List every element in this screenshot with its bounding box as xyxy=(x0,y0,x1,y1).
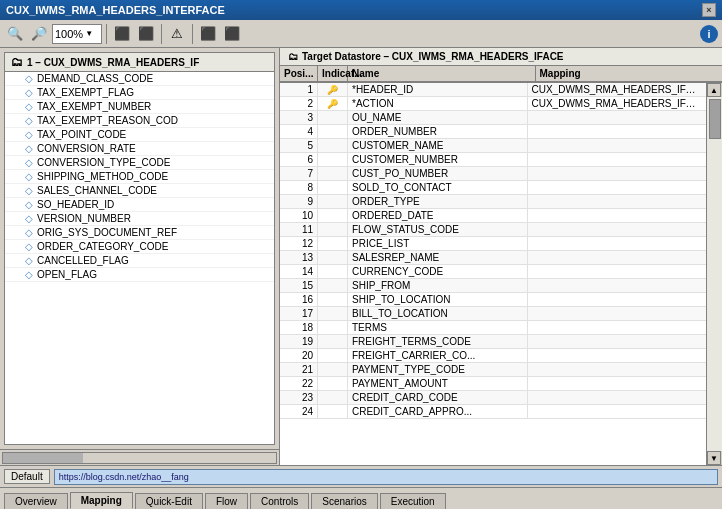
source-field-item[interactable]: ◇TAX_EXEMPT_NUMBER xyxy=(5,100,274,114)
table-row[interactable]: 19 FREIGHT_TERMS_CODE xyxy=(280,335,706,349)
left-panel: 🗂 1 – CUX_DWMS_RMA_HEADERS_IF ◇DEMAND_CL… xyxy=(0,48,280,465)
table-row[interactable]: 10 ORDERED_DATE xyxy=(280,209,706,223)
field-icon: ◇ xyxy=(25,115,33,126)
cell-indicator xyxy=(318,335,348,348)
source-field-item[interactable]: ◇CANCELLED_FLAG xyxy=(5,254,274,268)
zoom-dropdown-icon[interactable]: ▼ xyxy=(85,29,93,38)
field-icon: ◇ xyxy=(25,171,33,182)
table-row[interactable]: 24 CREDIT_CARD_APPRO... xyxy=(280,405,706,419)
table-row[interactable]: 12 PRICE_LIST xyxy=(280,237,706,251)
table-row[interactable]: 11 FLOW_STATUS_CODE xyxy=(280,223,706,237)
table-row[interactable]: 4 ORDER_NUMBER xyxy=(280,125,706,139)
source-field-item[interactable]: ◇SHIPPING_METHOD_CODE xyxy=(5,170,274,184)
cell-position: 24 xyxy=(280,405,318,418)
table-row[interactable]: 23 CREDIT_CARD_CODE xyxy=(280,391,706,405)
vertical-scrollbar[interactable]: ▲ ▼ xyxy=(706,83,722,465)
tab-controls[interactable]: Controls xyxy=(250,493,309,509)
toolbar-btn-5[interactable]: ⬛ xyxy=(221,23,243,45)
tab-quick-edit[interactable]: Quick-Edit xyxy=(135,493,203,509)
tab-flow[interactable]: Flow xyxy=(205,493,248,509)
cell-name: PRICE_LIST xyxy=(348,237,528,250)
cell-mapping xyxy=(528,139,707,152)
cell-position: 3 xyxy=(280,111,318,124)
source-field-item[interactable]: ◇TAX_POINT_CODE xyxy=(5,128,274,142)
zoom-level[interactable]: 100% ▼ xyxy=(52,24,102,44)
tab-scenarios[interactable]: Scenarios xyxy=(311,493,377,509)
table-body[interactable]: 1 🔑 *HEADER_ID CUX_DWMS_RMA_HEADERS_IFAC… xyxy=(280,83,706,465)
tab-execution[interactable]: Execution xyxy=(380,493,446,509)
info-button[interactable]: i xyxy=(700,25,718,43)
table-row[interactable]: 14 CURRENCY_CODE xyxy=(280,265,706,279)
field-icon: ◇ xyxy=(25,199,33,210)
cell-name: SHIP_FROM xyxy=(348,279,528,292)
toolbar-separator-2 xyxy=(161,24,162,44)
field-icon: ◇ xyxy=(25,213,33,224)
zoom-value: 100% xyxy=(55,28,83,40)
source-field-item[interactable]: ◇OPEN_FLAG xyxy=(5,268,274,282)
table-row[interactable]: 18 TERMS xyxy=(280,321,706,335)
h-scroll-thumb[interactable] xyxy=(3,453,83,463)
table-row[interactable]: 22 PAYMENT_AMOUNT xyxy=(280,377,706,391)
table-row[interactable]: 9 ORDER_TYPE xyxy=(280,195,706,209)
cell-position: 8 xyxy=(280,181,318,194)
cell-position: 2 xyxy=(280,97,318,110)
source-field-item[interactable]: ◇ORDER_CATEGORY_CODE xyxy=(5,240,274,254)
toolbar-btn-3[interactable]: ⚠ xyxy=(166,23,188,45)
cell-name: *HEADER_ID xyxy=(348,83,528,96)
table-row[interactable]: 8 SOLD_TO_CONTACT xyxy=(280,181,706,195)
field-icon: ◇ xyxy=(25,101,33,112)
default-label[interactable]: Default xyxy=(4,469,50,484)
source-field-list[interactable]: ◇DEMAND_CLASS_CODE◇TAX_EXEMPT_FLAG◇TAX_E… xyxy=(4,72,275,445)
source-field-item[interactable]: ◇CONVERSION_RATE xyxy=(5,142,274,156)
table-row[interactable]: 13 SALESREP_NAME xyxy=(280,251,706,265)
target-table-title: Target Datastore – CUX_IWMS_RMA_HEADERS_… xyxy=(302,51,564,62)
toolbar-btn-2[interactable]: ⬛ xyxy=(135,23,157,45)
table-row[interactable]: 7 CUST_PO_NUMBER xyxy=(280,167,706,181)
cell-indicator xyxy=(318,349,348,362)
table-row[interactable]: 16 SHIP_TO_LOCATION xyxy=(280,293,706,307)
source-field-item[interactable]: ◇SALES_CHANNEL_CODE xyxy=(5,184,274,198)
cell-position: 14 xyxy=(280,265,318,278)
source-field-item[interactable]: ◇SO_HEADER_ID xyxy=(5,198,274,212)
cell-position: 16 xyxy=(280,293,318,306)
table-row[interactable]: 21 PAYMENT_TYPE_CODE xyxy=(280,363,706,377)
cell-name: CUSTOMER_NAME xyxy=(348,139,528,152)
source-field-item[interactable]: ◇CONVERSION_TYPE_CODE xyxy=(5,156,274,170)
zoom-out-button[interactable]: 🔍 xyxy=(4,23,26,45)
cell-indicator xyxy=(318,167,348,180)
horizontal-scrollbar-left[interactable] xyxy=(0,449,279,465)
table-row[interactable]: 6 CUSTOMER_NUMBER xyxy=(280,153,706,167)
table-row[interactable]: 1 🔑 *HEADER_ID CUX_DWMS_RMA_HEADERS_IFAC… xyxy=(280,83,706,97)
table-row[interactable]: 20 FREIGHT_CARRIER_CO... xyxy=(280,349,706,363)
zoom-in-button[interactable]: 🔎 xyxy=(28,23,50,45)
table-row[interactable]: 15 SHIP_FROM xyxy=(280,279,706,293)
tab-overview[interactable]: Overview xyxy=(4,493,68,509)
cell-indicator xyxy=(318,405,348,418)
source-field-item[interactable]: ◇TAX_EXEMPT_REASON_COD xyxy=(5,114,274,128)
cell-mapping xyxy=(528,195,707,208)
table-row[interactable]: 17 BILL_TO_LOCATION xyxy=(280,307,706,321)
scroll-up-button[interactable]: ▲ xyxy=(707,83,721,97)
close-button[interactable]: × xyxy=(702,3,716,17)
tab-mapping[interactable]: Mapping xyxy=(70,492,133,509)
source-field-item[interactable]: ◇ORIG_SYS_DOCUMENT_REF xyxy=(5,226,274,240)
h-scroll-track[interactable] xyxy=(2,452,277,464)
scroll-track[interactable] xyxy=(707,97,722,451)
table-row[interactable]: 2 🔑 *ACTION CUX_DWMS_RMA_HEADERS_IFAC... xyxy=(280,97,706,111)
toolbar-btn-4[interactable]: ⬛ xyxy=(197,23,219,45)
cell-name: CURRENCY_CODE xyxy=(348,265,528,278)
table-row[interactable]: 3 OU_NAME xyxy=(280,111,706,125)
cell-name: BILL_TO_LOCATION xyxy=(348,307,528,320)
cell-indicator xyxy=(318,363,348,376)
source-table-title: 1 – CUX_DWMS_RMA_HEADERS_IF xyxy=(27,57,199,68)
scroll-down-button[interactable]: ▼ xyxy=(707,451,721,465)
cell-position: 11 xyxy=(280,223,318,236)
scroll-thumb[interactable] xyxy=(709,99,721,139)
source-field-item[interactable]: ◇DEMAND_CLASS_CODE xyxy=(5,72,274,86)
cell-name: FREIGHT_CARRIER_CO... xyxy=(348,349,528,362)
cell-position: 5 xyxy=(280,139,318,152)
source-field-item[interactable]: ◇VERSION_NUMBER xyxy=(5,212,274,226)
table-row[interactable]: 5 CUSTOMER_NAME xyxy=(280,139,706,153)
toolbar-btn-1[interactable]: ⬛ xyxy=(111,23,133,45)
source-field-item[interactable]: ◇TAX_EXEMPT_FLAG xyxy=(5,86,274,100)
